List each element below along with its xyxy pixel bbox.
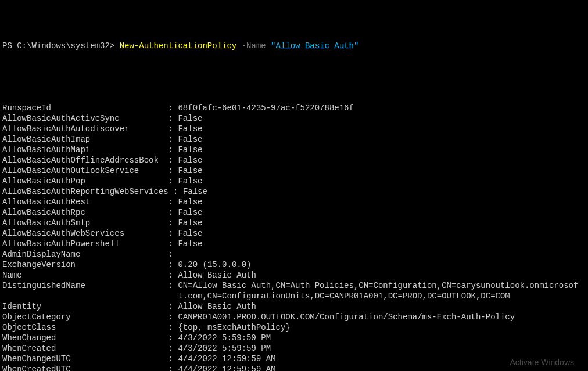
output-property-row: AllowBasicAuthRest : False xyxy=(2,197,586,208)
output-property-row: WhenChanged : 4/3/2022 5:59:59 PM xyxy=(2,333,586,344)
output-properties: RunspaceId : 68f0fafc-6e01-4235-97ac-f52… xyxy=(2,103,586,371)
property-value: 4/4/2022 12:59:59 AM xyxy=(178,354,275,364)
output-property-row: AdminDisplayName : xyxy=(2,250,586,260)
property-value: Allow Basic Auth xyxy=(178,271,256,280)
property-key: AdminDisplayName xyxy=(2,250,163,260)
property-separator: : xyxy=(163,103,178,113)
property-key: ExchangeVersion xyxy=(2,260,163,270)
output-property-row: WhenCreated : 4/3/2022 5:59:59 PM xyxy=(2,344,586,354)
property-key: WhenCreatedUTC xyxy=(2,365,163,371)
property-separator: : xyxy=(163,354,178,364)
property-separator: : xyxy=(163,302,178,312)
property-value: False xyxy=(178,208,202,218)
property-separator: : xyxy=(163,208,178,218)
property-separator: : xyxy=(163,135,178,145)
property-separator: : xyxy=(163,166,178,176)
output-property-row: AllowBasicAuthAutodiscover : False xyxy=(2,124,586,135)
property-value: 4/4/2022 12:59:59 AM xyxy=(178,365,275,371)
property-value: False xyxy=(178,166,202,176)
output-property-row: DistinguishedName : CN=Allow Basic Auth,… xyxy=(2,281,586,291)
property-separator: : xyxy=(163,312,178,322)
property-separator: : xyxy=(163,124,178,134)
property-value: {top, msExchAuthPolicy} xyxy=(178,323,290,333)
output-property-row: AllowBasicAuthMapi : False xyxy=(2,145,586,156)
property-value: CANPR01A001.PROD.OUTLOOK.COM/Configurati… xyxy=(178,312,515,322)
property-separator: : xyxy=(163,218,178,228)
property-key: AllowBasicAuthOutlookService xyxy=(2,166,163,176)
output-property-row: WhenCreatedUTC : 4/4/2022 12:59:59 AM xyxy=(2,365,586,371)
property-value: Allow Basic Auth xyxy=(178,302,256,312)
output-property-row: AllowBasicAuthOfflineAddressBook : False xyxy=(2,156,586,166)
property-key: Identity xyxy=(2,302,163,312)
output-property-row: WhenChangedUTC : 4/4/2022 12:59:59 AM xyxy=(2,354,586,365)
property-separator: : xyxy=(168,187,183,197)
property-separator: : xyxy=(163,145,178,155)
property-key: AllowBasicAuthPowershell xyxy=(2,239,163,249)
property-key: RunspaceId xyxy=(2,103,163,113)
property-key: ObjectClass xyxy=(2,323,163,333)
property-separator: : xyxy=(163,323,178,333)
output-property-row: AllowBasicAuthActiveSync : False xyxy=(2,114,586,124)
property-value: False xyxy=(178,156,202,165)
command-line[interactable]: PS C:\Windows\system32> New-Authenticati… xyxy=(2,41,586,52)
property-key: WhenChanged xyxy=(2,333,163,343)
property-value: False xyxy=(178,197,202,207)
property-key: Name xyxy=(2,271,163,280)
output-property-row: AllowBasicAuthWebServices : False xyxy=(2,229,586,239)
output-property-row: RunspaceId : 68f0fafc-6e01-4235-97ac-f52… xyxy=(2,103,586,114)
output-property-row: AllowBasicAuthOutlookService : False xyxy=(2,166,586,177)
property-value: 4/3/2022 5:59:59 PM xyxy=(178,344,271,354)
property-key: ObjectCategory xyxy=(2,312,163,322)
property-separator: : xyxy=(163,114,178,124)
property-value: 68f0fafc-6e01-4235-97ac-f5220788e16f xyxy=(178,103,353,113)
parameter-flag: -Name xyxy=(236,41,271,51)
property-separator: : xyxy=(163,250,178,260)
property-value: False xyxy=(178,124,202,134)
blank-line xyxy=(2,63,586,73)
property-value: False xyxy=(183,187,207,197)
property-key: AllowBasicAuthOfflineAddressBook xyxy=(2,156,163,165)
property-key: AllowBasicAuthAutodiscover xyxy=(2,124,163,134)
property-separator: : xyxy=(163,197,178,207)
output-property-row: ObjectCategory : CANPR01A001.PROD.OUTLOO… xyxy=(2,312,586,323)
property-value: False xyxy=(178,218,202,228)
property-key: AllowBasicAuthSmtp xyxy=(2,218,163,228)
property-value: False xyxy=(178,229,202,239)
property-key: AllowBasicAuthRpc xyxy=(2,208,163,218)
output-property-row: AllowBasicAuthImap : False xyxy=(2,135,586,145)
property-key: WhenCreated xyxy=(2,344,163,354)
prompt-path: PS C:\Windows\system32> xyxy=(2,41,120,51)
property-key: AllowBasicAuthReportingWebServices xyxy=(2,187,168,197)
property-value: False xyxy=(178,135,202,145)
property-key: AllowBasicAuthPop xyxy=(2,177,163,186)
property-key: AllowBasicAuthRest xyxy=(2,197,163,207)
output-property-row: Name : Allow Basic Auth xyxy=(2,271,586,281)
output-property-row: AllowBasicAuthSmtp : False xyxy=(2,218,586,229)
output-property-row: Identity : Allow Basic Auth xyxy=(2,302,586,312)
output-property-continuation: t.com,CN=ConfigurationUnits,DC=CANPR01A0… xyxy=(2,291,586,302)
property-key: DistinguishedName xyxy=(2,281,163,291)
property-separator: : xyxy=(163,260,178,270)
property-separator: : xyxy=(163,177,178,186)
cmdlet-name: New-AuthenticationPolicy xyxy=(120,41,237,51)
property-separator: : xyxy=(163,239,178,249)
property-value: False xyxy=(178,114,202,124)
property-key: AllowBasicAuthWebServices xyxy=(2,229,163,239)
property-key: AllowBasicAuthActiveSync xyxy=(2,114,163,124)
output-property-row: AllowBasicAuthPowershell : False xyxy=(2,239,586,250)
property-value: 4/3/2022 5:59:59 PM xyxy=(178,333,271,343)
property-separator: : xyxy=(163,333,178,343)
property-separator: : xyxy=(163,281,178,291)
property-value: False xyxy=(178,239,202,249)
parameter-value: "Allow Basic Auth" xyxy=(271,41,358,51)
blank-line xyxy=(2,83,586,93)
output-property-row: ExchangeVersion : 0.20 (15.0.0.0) xyxy=(2,260,586,271)
property-key: AllowBasicAuthImap xyxy=(2,135,163,145)
property-value: CN=Allow Basic Auth,CN=Auth Policies,CN=… xyxy=(178,281,578,291)
output-property-row: AllowBasicAuthPop : False xyxy=(2,177,586,187)
output-property-row: AllowBasicAuthRpc : False xyxy=(2,208,586,218)
property-value: 0.20 (15.0.0.0) xyxy=(178,260,251,270)
property-value: False xyxy=(178,177,202,186)
property-value: False xyxy=(178,145,202,155)
property-value-continuation: t.com,CN=ConfigurationUnits,DC=CANPR01A0… xyxy=(178,291,510,301)
